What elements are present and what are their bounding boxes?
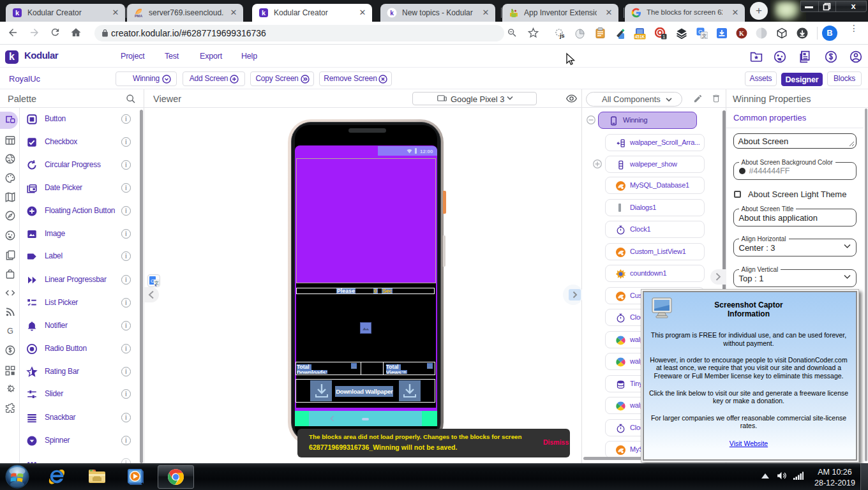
svg-text:文: 文 <box>154 279 159 285</box>
svg-text:PMA: PMA <box>135 14 142 18</box>
svg-text:文: 文 <box>702 33 707 39</box>
svg-text:G: G <box>7 326 13 336</box>
svg-text:451K: 451K <box>635 34 645 39</box>
svg-text:k: k <box>15 9 20 17</box>
svg-text:k: k <box>262 9 266 17</box>
svg-text:k: k <box>390 10 394 17</box>
svg-text:K: K <box>739 30 744 37</box>
svg-text:js: js <box>559 33 565 39</box>
svg-text:1: 1 <box>662 34 665 39</box>
